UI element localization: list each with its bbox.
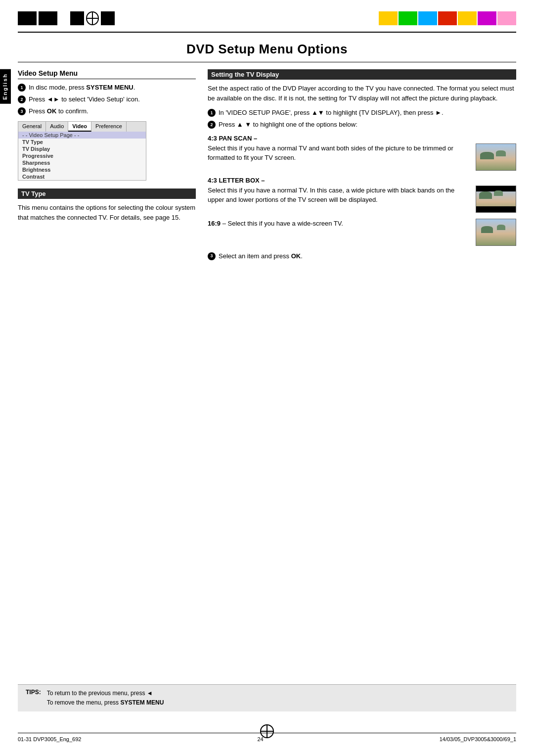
menu-tabs: General Audio Video Preference <box>18 122 146 132</box>
black-block-4 <box>101 11 115 25</box>
yellow-block-2 <box>458 11 477 25</box>
step-2-item: 2 Press ◄► to select 'Video Setup' icon. <box>18 95 196 104</box>
tab-audio: Audio <box>46 122 68 132</box>
tab-general: General <box>18 122 46 132</box>
pan-scan-title: 4:3 PAN SCAN – <box>208 135 516 142</box>
right-step-3: 3 Select an item and press OK. <box>208 252 516 261</box>
pan-scan-row: Select this if you have a normal TV and … <box>208 143 516 171</box>
tab-video: Video <box>68 122 91 132</box>
main-content: DVD Setup Menu Options English Video Set… <box>18 33 516 264</box>
page-title: DVD Setup Menu Options <box>18 42 516 57</box>
wide-screen-row: 16:9 – Select this if you have a wide-sc… <box>208 219 516 246</box>
setting-tv-intro: Set the aspect ratio of the DVD Player a… <box>208 84 516 103</box>
color-blocks <box>379 9 516 28</box>
step-1-text: In disc mode, press SYSTEM MENU. <box>29 83 135 92</box>
right-step-1: 1 In 'VIDEO SETUP PAGE', press ▲▼ to hig… <box>208 108 516 117</box>
tab-preference: Preference <box>91 122 127 132</box>
menu-row-contrast: Contrast <box>18 173 146 180</box>
tips-inner: TIPS: To return to the previous menu, pr… <box>26 689 508 708</box>
wide-screen-thumbnail <box>476 219 516 246</box>
menu-row-tvtype: TV Type <box>18 139 146 145</box>
green-block <box>399 11 417 25</box>
yellow-block <box>379 11 398 25</box>
setting-tv-display-heading: Setting the TV Display <box>208 69 516 80</box>
right-step-2-text: Press ▲ ▼ to highlight one of the option… <box>219 120 357 129</box>
right-step-1-text: In 'VIDEO SETUP PAGE', press ▲▼ to highl… <box>219 108 444 117</box>
tv-type-section: TV Type This menu contains the options f… <box>18 189 196 223</box>
top-color-bar <box>18 9 516 28</box>
right-step-2-num: 2 <box>208 121 216 129</box>
black-block-1 <box>18 11 37 25</box>
letter-box-thumbnail <box>476 186 516 213</box>
menu-row-header: - - Video Setup Page - - <box>18 132 146 139</box>
footer-right: 14/03/05_DVP3005&3000/69_1 <box>440 736 516 742</box>
step-3-num: 3 <box>18 107 26 115</box>
wide-screen-text: 16:9 – Select this if you have a wide-sc… <box>208 219 469 246</box>
two-col-layout: English Video Setup Menu 1 In disc mode,… <box>18 69 516 264</box>
cyan-block <box>418 11 437 25</box>
step-2-text: Press ◄► to select 'Video Setup' icon. <box>29 95 140 104</box>
menu-row-tvdisplay: TV Display <box>18 145 146 152</box>
step-1-item: 1 In disc mode, press SYSTEM MENU. <box>18 83 196 92</box>
step-2-num: 2 <box>18 95 26 103</box>
step-3-item: 3 Press OK to confirm. <box>18 107 196 116</box>
menu-row-sharpness: Sharpness <box>18 159 146 166</box>
footer-center: 24 <box>257 736 263 742</box>
right-step-2: 2 Press ▲ ▼ to highlight one of the opti… <box>208 120 516 129</box>
letter-box-title: 4:3 LETTER BOX – <box>208 177 516 184</box>
right-step-3-num: 3 <box>208 252 216 260</box>
crosshair-icon <box>86 11 99 25</box>
footer: 01-31 DVP3005_Eng_692 24 14/03/05_DVP300… <box>18 733 516 742</box>
tips-label: TIPS: <box>26 689 41 708</box>
letter-box-row: Select this if you have a normal TV. In … <box>208 186 516 213</box>
tips-text: To return to the previous menu, press ◄ … <box>47 689 164 708</box>
title-rule <box>18 62 516 62</box>
right-step-3-text: Select an item and press OK. <box>219 252 303 261</box>
black-block-3 <box>70 11 84 25</box>
tips-bar: TIPS: To return to the previous menu, pr… <box>18 684 516 711</box>
right-step-1-num: 1 <box>208 109 216 117</box>
letter-box-text: Select this if you have a normal TV. In … <box>208 186 469 213</box>
pan-scan-text: Select this if you have a normal TV and … <box>208 143 469 171</box>
menu-row-progressive: Progressive <box>18 152 146 159</box>
pink-block <box>497 11 516 25</box>
menu-simulation: General Audio Video Preference - - Video… <box>18 121 146 181</box>
step-1-num: 1 <box>18 84 26 92</box>
video-setup-menu-heading: Video Setup Menu <box>18 69 196 79</box>
step-3-text: Press OK to confirm. <box>29 107 89 116</box>
footer-left: 01-31 DVP3005_Eng_692 <box>18 736 81 742</box>
menu-row-brightness: Brightness <box>18 166 146 173</box>
pan-scan-thumbnail <box>476 143 516 171</box>
right-column: Setting the TV Display Set the aspect ra… <box>208 69 516 264</box>
magenta-block <box>478 11 496 25</box>
red-block <box>438 11 457 25</box>
tv-type-body: This menu contains the options for selec… <box>18 203 196 223</box>
black-blocks <box>18 9 115 28</box>
left-column: English Video Setup Menu 1 In disc mode,… <box>18 69 196 264</box>
tv-type-heading: TV Type <box>18 189 196 199</box>
english-tab: English <box>0 69 11 104</box>
black-block-2 <box>39 11 57 25</box>
